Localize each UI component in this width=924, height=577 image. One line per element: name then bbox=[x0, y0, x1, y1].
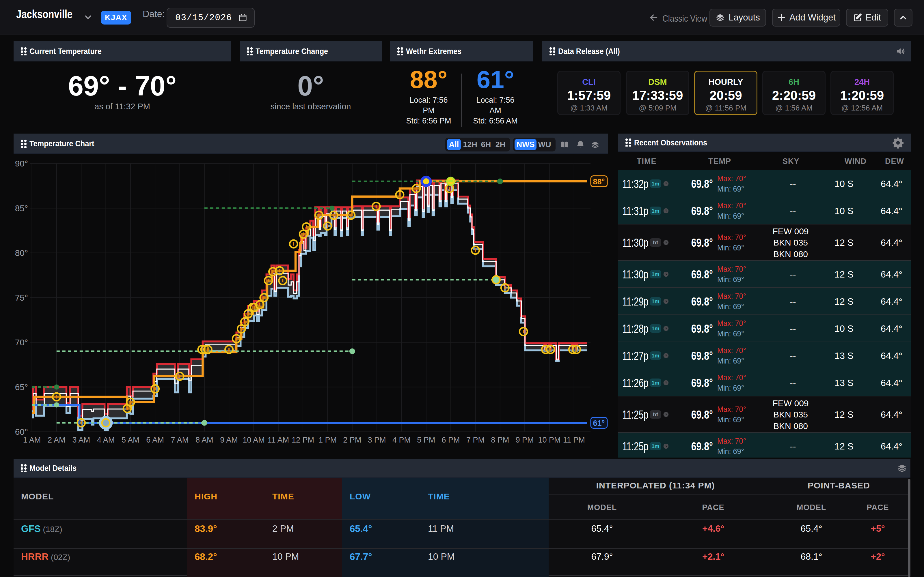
svg-text:65°: 65° bbox=[15, 382, 28, 392]
svg-text:1 AM: 1 AM bbox=[23, 436, 41, 444]
svg-text:4 AM: 4 AM bbox=[97, 436, 115, 444]
svg-text:85°: 85° bbox=[15, 203, 28, 213]
svg-text:70°: 70° bbox=[15, 338, 28, 347]
svg-text:9 AM: 9 AM bbox=[220, 436, 238, 444]
svg-text:88°: 88° bbox=[593, 177, 605, 186]
svg-text:10 PM: 10 PM bbox=[538, 436, 561, 444]
svg-text:6 AM: 6 AM bbox=[146, 436, 164, 444]
svg-text:3 AM: 3 AM bbox=[72, 436, 90, 444]
svg-text:5 AM: 5 AM bbox=[121, 436, 139, 444]
svg-text:61°: 61° bbox=[593, 419, 605, 427]
svg-text:2 PM: 2 PM bbox=[343, 436, 361, 444]
svg-text:3 PM: 3 PM bbox=[368, 436, 386, 444]
svg-text:90°: 90° bbox=[15, 159, 28, 168]
svg-text:5 PM: 5 PM bbox=[417, 436, 435, 444]
svg-text:8 PM: 8 PM bbox=[491, 436, 509, 444]
svg-text:75°: 75° bbox=[15, 293, 28, 302]
svg-text:12 PM: 12 PM bbox=[292, 436, 314, 444]
svg-text:9 PM: 9 PM bbox=[516, 436, 534, 444]
svg-text:60°: 60° bbox=[15, 427, 28, 437]
svg-text:6 PM: 6 PM bbox=[442, 436, 460, 444]
svg-text:2 AM: 2 AM bbox=[48, 436, 66, 444]
svg-text:7 AM: 7 AM bbox=[171, 436, 189, 444]
svg-text:7 PM: 7 PM bbox=[466, 436, 485, 444]
svg-text:11 PM: 11 PM bbox=[563, 436, 585, 444]
svg-text:10 AM: 10 AM bbox=[242, 436, 265, 444]
svg-text:80°: 80° bbox=[15, 248, 28, 258]
svg-text:4 PM: 4 PM bbox=[393, 436, 410, 444]
svg-text:11 AM: 11 AM bbox=[268, 436, 289, 444]
svg-text:1 PM: 1 PM bbox=[318, 436, 337, 444]
svg-text:8 AM: 8 AM bbox=[195, 436, 213, 444]
